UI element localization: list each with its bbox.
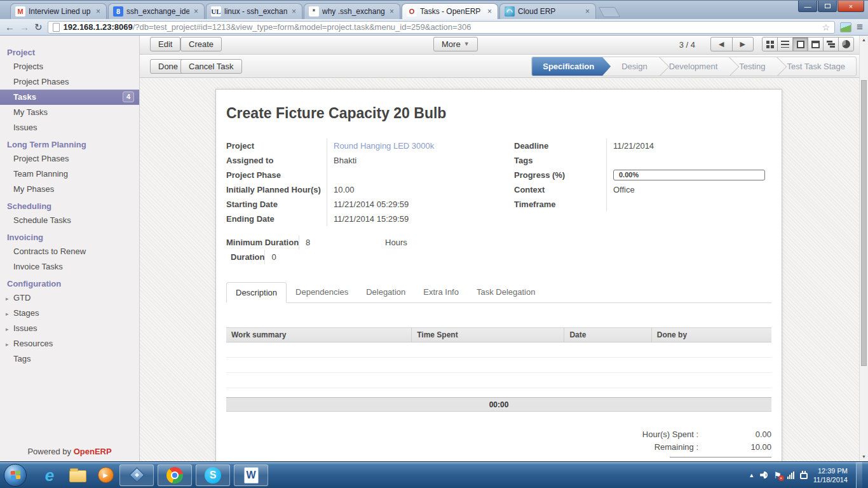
sidebar-item-project-phases-ltp[interactable]: Project Phases [0,151,139,166]
cancel-task-button[interactable]: Cancel Task [180,59,242,74]
browser-tab-stackexchange[interactable]: UL linux - ssh_exchange_iden × [206,3,302,19]
sidebar-item-stages[interactable]: ▸Stages [0,306,139,321]
power-plug-icon[interactable] [800,473,808,479]
sidebar-item-project-phases[interactable]: Project Phases [0,74,139,90]
word-icon: W [244,467,259,484]
browser-tab-search[interactable]: 8 ssh_exchange_identificatio × [108,3,205,19]
windows-taskbar: e ▶ S W ▲ ⚑× 12:39 PM 11/18/2014 [0,461,868,488]
sidebar-section-scheduling: Scheduling [0,197,139,213]
reload-icon[interactable]: ↻ [34,22,43,32]
stage-specification[interactable]: Specification [532,57,611,76]
tab-close-icon[interactable]: × [95,7,102,16]
sidebar-section-invoicing: Invoicing [0,228,139,244]
tray-expand-icon[interactable]: ▲ [749,472,754,478]
field-group-right: Deadline11/21/2014 Tags Progress (%)0.00… [514,139,771,226]
forward-icon[interactable]: → [20,22,29,32]
sidebar-item-config-issues[interactable]: ▸Issues [0,321,139,336]
taskbar-ie-button[interactable]: e [36,463,64,488]
network-signal-icon[interactable] [787,471,794,479]
sidebar-item-invoice-tasks[interactable]: Invoice Tasks [0,259,139,274]
field-label-duration: Duration [226,250,264,264]
tab-extra-info[interactable]: Extra Info [414,282,468,303]
table-row[interactable] [226,373,771,388]
extension-icon[interactable] [840,22,851,32]
field-label-project: Project [226,139,327,153]
ending-date-value: 11/21/2014 15:29:59 [327,212,514,226]
sidebar-item-gtd[interactable]: ▸GTD [0,290,139,306]
project-link[interactable]: Round Hanging LED 3000k [327,139,514,153]
tab-close-icon[interactable]: × [486,7,493,16]
sidebar-item-my-tasks[interactable]: My Tasks [0,105,139,120]
sidebar-item-tags[interactable]: Tags [0,351,139,367]
scroll-up-icon[interactable]: ▲ [860,36,868,44]
browser-tab-cloud-erp[interactable]: ◠ Cloud ERP × [499,3,596,19]
calendar-view-icon[interactable] [808,37,824,51]
sidebar-item-contracts-to-renew[interactable]: Contracts to Renew [0,244,139,259]
taskbar-word-button[interactable]: W [234,464,268,486]
tab-close-icon[interactable]: × [388,7,395,16]
window-minimize-button[interactable]: — [798,1,817,12]
window-maximize-button[interactable] [818,1,837,12]
tab-delegation[interactable]: Delegation [357,282,414,303]
table-row[interactable] [226,342,771,358]
column-date[interactable]: Date [564,328,651,342]
sidebar-item-issues[interactable]: Issues [0,120,139,135]
taskbar-clock[interactable]: 12:39 PM 11/18/2014 [813,466,848,484]
edit-button[interactable]: Edit [150,37,180,51]
list-view-icon[interactable] [777,37,793,51]
form-view-icon[interactable] [792,37,808,51]
bookmark-star-icon[interactable]: ☆ [822,22,831,32]
task-form-sheet: Create Ficture Capacity 20 Bulb ProjectR… [215,89,782,488]
scrollbar-thumb[interactable] [861,80,867,366]
stage-test-task-stage[interactable]: Test Task Stage [776,57,856,76]
chrome-menu-icon[interactable]: ≡ [857,21,863,34]
powered-by-text: Powered by [27,447,71,456]
taskbar-media-player-button[interactable]: ▶ [92,463,119,488]
page-scrollbar[interactable]: ▲ ▼ [859,36,868,461]
pager-previous-button[interactable]: ◀ [710,37,732,51]
tab-close-icon[interactable]: × [584,7,591,16]
browser-tab-why-ssh[interactable]: * why .ssh_exchange_identi × [304,3,400,19]
address-omnibox[interactable]: 192.168.1.23:8069/?db=test_project#id=12… [48,21,836,34]
sidebar-item-tasks[interactable]: Tasks4 [0,90,139,105]
window-close-button[interactable]: × [837,1,864,12]
tab-description[interactable]: Description [226,282,287,303]
browser-tab-gmail[interactable]: M Interview Lined up - robin × [10,3,107,19]
kanban-view-icon[interactable] [762,37,778,51]
new-tab-button[interactable] [599,7,621,17]
taskbar-chrome-button[interactable] [158,464,192,486]
back-icon[interactable]: ← [5,22,15,32]
column-time-spent[interactable]: Time Spent [412,328,564,342]
sidebar-item-projects[interactable]: Projects [0,59,139,74]
pager-next-button[interactable]: ▶ [732,37,754,51]
action-center-flag-icon[interactable]: ⚑× [773,471,782,480]
taskbar-virtualbox-button[interactable] [119,464,154,486]
taskbar-explorer-button[interactable] [64,463,92,488]
table-row[interactable] [226,358,771,373]
graph-view-icon[interactable] [838,37,854,51]
task-title: Create Ficture Capacity 20 Bulb [226,105,771,122]
tab-title: Tasks - OpenERP [420,7,483,16]
gantt-view-icon[interactable] [823,37,839,51]
sidebar-item-schedule-tasks[interactable]: Schedule Tasks [0,213,139,228]
starting-date-value: 11/21/2014 05:29:59 [327,197,514,212]
sidebar-item-team-planning[interactable]: Team Planning [0,166,139,182]
browser-tab-openerp-active[interactable]: O Tasks - OpenERP × [402,3,498,19]
column-work-summary[interactable]: Work summary [226,328,412,342]
volume-icon[interactable] [760,471,768,478]
more-dropdown-button[interactable]: More▼ [433,37,478,51]
tab-close-icon[interactable]: × [290,7,297,16]
sidebar-item-resources[interactable]: ▸Resources [0,336,139,351]
create-button[interactable]: Create [180,37,222,51]
spark-icon: * [309,6,319,17]
sidebar-item-my-phases[interactable]: My Phases [0,182,139,197]
taskbar-skype-button[interactable]: S [196,464,230,486]
start-button[interactable] [4,464,27,487]
show-desktop-button[interactable] [856,462,862,488]
scroll-down-icon[interactable]: ▼ [860,452,868,461]
tab-dependencies[interactable]: Dependencies [287,282,357,303]
tab-close-icon[interactable]: × [193,7,200,16]
tab-task-delegation[interactable]: Task Delegation [468,282,545,303]
column-done-by[interactable]: Done by [651,328,771,342]
form-toolbar: Edit Create More▼ 3 / 4 ◀ ▶ [140,36,859,55]
